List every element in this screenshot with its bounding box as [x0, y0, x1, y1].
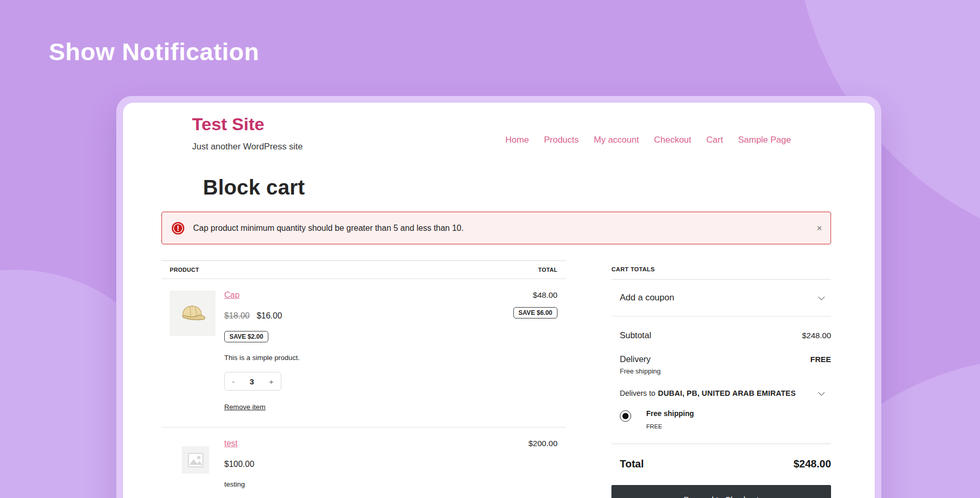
regular-price: $18.00	[224, 311, 250, 320]
delivers-to-prefix: Delivers to	[620, 389, 656, 397]
nav-link-sample-page[interactable]: Sample Page	[738, 135, 791, 145]
add-coupon-toggle[interactable]: Add a coupon	[611, 280, 831, 316]
price-line: $18.00 $16.00	[224, 311, 513, 321]
cart-totals-panel: CART TOTALS Add a coupon Subtotal $248.0…	[611, 260, 831, 498]
shipping-option-price: FREE	[646, 423, 694, 430]
table-row-cap: Cap $18.00 $16.00 SAVE $2.00 This is a s…	[161, 279, 566, 427]
add-coupon-label: Add a coupon	[620, 293, 674, 303]
nav-link-my-account[interactable]: My account	[594, 135, 639, 145]
divider	[611, 444, 831, 444]
cap-product-image[interactable]	[170, 290, 215, 336]
site-card-inner: Test Site Just another WordPress site Ho…	[123, 103, 875, 498]
chevron-down-icon	[818, 389, 825, 396]
hero-title: Show Notification	[49, 37, 259, 66]
radio-selected-icon[interactable]	[620, 410, 631, 422]
thumbnail-cell	[170, 439, 215, 498]
delivery-value: FREE	[810, 355, 831, 364]
error-icon: !	[172, 222, 184, 234]
total-label: Total	[620, 458, 644, 470]
product-description: This is a simple product.	[224, 354, 513, 362]
notice-message: Cap product minimum quantity should be g…	[193, 224, 464, 233]
site-header: Test Site Just another WordPress site Ho…	[161, 114, 831, 152]
test-product-image-placeholder[interactable]	[182, 446, 209, 474]
delivery-row: Delivery FREE	[611, 354, 831, 364]
thumbnail-cell	[170, 290, 215, 411]
total-column-header: TOTAL	[538, 267, 557, 273]
delivery-label: Delivery	[620, 354, 651, 364]
radio-dot	[622, 413, 629, 419]
image-placeholder-icon	[186, 450, 206, 470]
item-price: $100.00	[224, 460, 254, 468]
site-card: Test Site Just another WordPress site Ho…	[116, 96, 881, 498]
proceed-to-checkout-button[interactable]: Proceed to Checkout	[611, 485, 831, 498]
save-badge: SAVE $2.00	[224, 331, 268, 342]
nav-link-home[interactable]: Home	[506, 135, 529, 145]
nav-link-cart[interactable]: Cart	[706, 135, 723, 145]
total-row: Total $248.00	[611, 458, 831, 470]
item-details: test $100.00 testing - 2 + Remove item	[224, 439, 528, 498]
item-total-cell: $200.00	[528, 439, 557, 498]
product-link-cap[interactable]: Cap	[224, 290, 239, 299]
shipping-option-free-shipping[interactable]: Free shipping FREE	[611, 409, 831, 430]
table-header-row: PRODUCT TOTAL	[161, 260, 566, 279]
delivers-to-toggle[interactable]: Delivers to DUBAI, PB, UNITED ARAB EMIRA…	[611, 389, 831, 397]
price-line: $100.00	[224, 460, 528, 469]
site-tagline: Just another WordPress site	[192, 142, 303, 152]
page-title: Block cart	[203, 176, 831, 199]
product-description: testing	[224, 480, 528, 488]
site-branding: Test Site Just another WordPress site	[192, 114, 303, 152]
item-total: $200.00	[528, 439, 557, 448]
item-details: Cap $18.00 $16.00 SAVE $2.00 This is a s…	[224, 290, 513, 411]
site-title[interactable]: Test Site	[192, 114, 303, 134]
site-nav: Home Products My account Checkout Cart S…	[506, 135, 791, 145]
subtotal-row: Subtotal $248.00	[611, 330, 831, 340]
decrease-quantity-button[interactable]: -	[232, 377, 235, 386]
item-total-cell: $48.00 SAVE $6.00	[513, 290, 557, 411]
quantity-stepper: - 3 +	[224, 372, 281, 391]
sale-price: $16.00	[256, 311, 282, 320]
nav-link-products[interactable]: Products	[544, 135, 579, 145]
nav-link-checkout[interactable]: Checkout	[654, 135, 691, 145]
delivers-to-location: DUBAI, PB, UNITED ARAB EMIRATES	[658, 389, 796, 397]
cart-items-table: PRODUCT TOTAL	[161, 260, 566, 498]
product-column-header: PRODUCT	[170, 267, 199, 273]
shipping-method-note: Free shipping	[620, 367, 831, 375]
remove-item-link[interactable]: Remove item	[224, 403, 266, 411]
close-icon[interactable]: ×	[816, 223, 822, 234]
subtotal-value: $248.00	[802, 331, 831, 340]
cart-totals-heading: CART TOTALS	[611, 260, 831, 280]
subtotal-label: Subtotal	[620, 330, 651, 340]
total-save-badge: SAVE $6.00	[513, 307, 557, 319]
shipping-option-text: Free shipping FREE	[646, 409, 694, 430]
total-value: $248.00	[794, 458, 831, 470]
error-notice: ! Cap product minimum quantity should be…	[161, 212, 831, 244]
quantity-value[interactable]: 3	[250, 377, 254, 386]
table-row-test: test $100.00 testing - 2 + Remove item	[161, 427, 566, 498]
product-link-test[interactable]: test	[224, 439, 238, 448]
shipping-option-label: Free shipping	[646, 409, 694, 418]
increase-quantity-button[interactable]: +	[269, 377, 274, 386]
item-total: $48.00	[513, 290, 557, 300]
chevron-down-icon	[818, 294, 825, 300]
cart-layout: PRODUCT TOTAL	[161, 260, 831, 498]
cap-image-icon	[175, 296, 210, 330]
